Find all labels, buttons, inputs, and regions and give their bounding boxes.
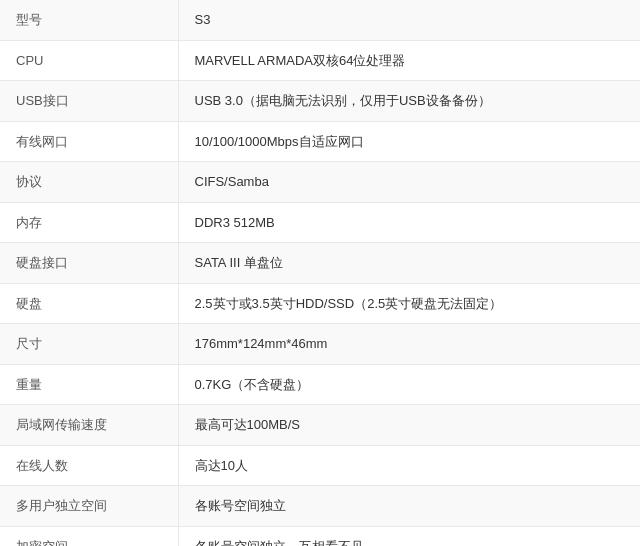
- spec-value: DDR3 512MB: [178, 202, 640, 243]
- table-row: 内存DDR3 512MB: [0, 202, 640, 243]
- spec-label: 尺寸: [0, 324, 178, 365]
- table-row: 重量0.7KG（不含硬盘）: [0, 364, 640, 405]
- table-row: 多用户独立空间各账号空间独立: [0, 486, 640, 527]
- spec-value: CIFS/Samba: [178, 162, 640, 203]
- spec-label: 局域网传输速度: [0, 405, 178, 446]
- spec-label: CPU: [0, 40, 178, 81]
- spec-label: 有线网口: [0, 121, 178, 162]
- table-row: 在线人数高达10人: [0, 445, 640, 486]
- table-row: 硬盘2.5英寸或3.5英寸HDD/SSD（2.5英寸硬盘无法固定）: [0, 283, 640, 324]
- spec-value: 最高可达100MB/S: [178, 405, 640, 446]
- spec-value: 高达10人: [178, 445, 640, 486]
- spec-label: 硬盘: [0, 283, 178, 324]
- spec-label: 在线人数: [0, 445, 178, 486]
- spec-value: S3: [178, 0, 640, 40]
- table-row: 有线网口10/100/1000Mbps自适应网口: [0, 121, 640, 162]
- spec-value: 各账号空间独立: [178, 486, 640, 527]
- table-row: 协议CIFS/Samba: [0, 162, 640, 203]
- spec-label: 重量: [0, 364, 178, 405]
- spec-value: 2.5英寸或3.5英寸HDD/SSD（2.5英寸硬盘无法固定）: [178, 283, 640, 324]
- spec-label: 内存: [0, 202, 178, 243]
- table-row: CPUMARVELL ARMADA双核64位处理器: [0, 40, 640, 81]
- table-row: 硬盘接口SATA III 单盘位: [0, 243, 640, 284]
- spec-label: 加密空间: [0, 526, 178, 546]
- table-row: 尺寸176mm*124mm*46mm: [0, 324, 640, 365]
- spec-value: 各账号空间独立，互相看不见: [178, 526, 640, 546]
- table-row: 加密空间各账号空间独立，互相看不见: [0, 526, 640, 546]
- spec-value: 176mm*124mm*46mm: [178, 324, 640, 365]
- spec-value: 0.7KG（不含硬盘）: [178, 364, 640, 405]
- spec-label: 协议: [0, 162, 178, 203]
- spec-label: 硬盘接口: [0, 243, 178, 284]
- spec-value: USB 3.0（据电脑无法识别，仅用于USB设备备份）: [178, 81, 640, 122]
- spec-value: MARVELL ARMADA双核64位处理器: [178, 40, 640, 81]
- table-row: USB接口USB 3.0（据电脑无法识别，仅用于USB设备备份）: [0, 81, 640, 122]
- spec-value: SATA III 单盘位: [178, 243, 640, 284]
- spec-label: 型号: [0, 0, 178, 40]
- spec-value: 10/100/1000Mbps自适应网口: [178, 121, 640, 162]
- spec-label: 多用户独立空间: [0, 486, 178, 527]
- spec-label: USB接口: [0, 81, 178, 122]
- table-row: 局域网传输速度最高可达100MB/S: [0, 405, 640, 446]
- spec-table: 型号S3CPUMARVELL ARMADA双核64位处理器USB接口USB 3.…: [0, 0, 640, 546]
- table-row: 型号S3: [0, 0, 640, 40]
